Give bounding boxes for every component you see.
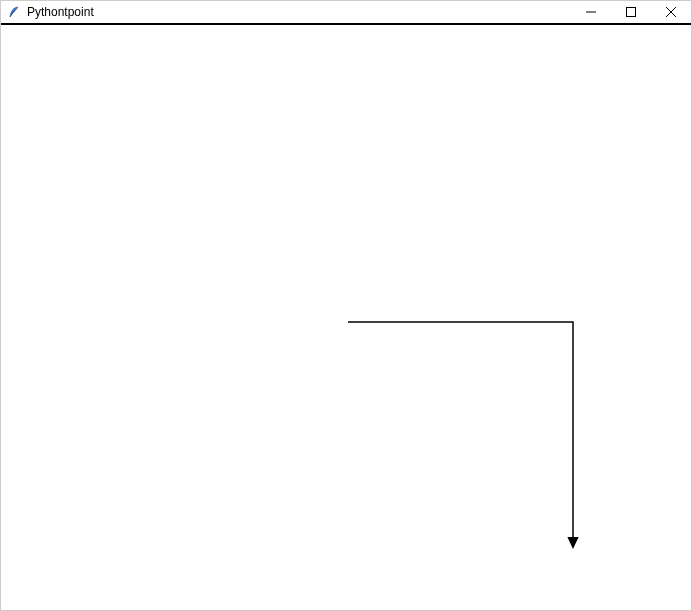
canvas-area	[1, 25, 691, 610]
maximize-button[interactable]	[611, 1, 651, 23]
turtle-drawing	[1, 25, 691, 610]
titlebar[interactable]: Pythontpoint	[1, 1, 691, 25]
close-button[interactable]	[651, 1, 691, 23]
window-title: Pythontpoint	[27, 5, 94, 19]
minimize-icon	[586, 7, 596, 17]
window-controls	[571, 1, 691, 23]
titlebar-left: Pythontpoint	[1, 5, 94, 19]
application-window: Pythontpoint	[0, 0, 692, 611]
svg-rect-2	[627, 8, 636, 17]
feather-icon	[7, 5, 21, 19]
maximize-icon	[626, 7, 636, 17]
close-icon	[666, 7, 676, 17]
svg-marker-5	[567, 537, 578, 549]
minimize-button[interactable]	[571, 1, 611, 23]
